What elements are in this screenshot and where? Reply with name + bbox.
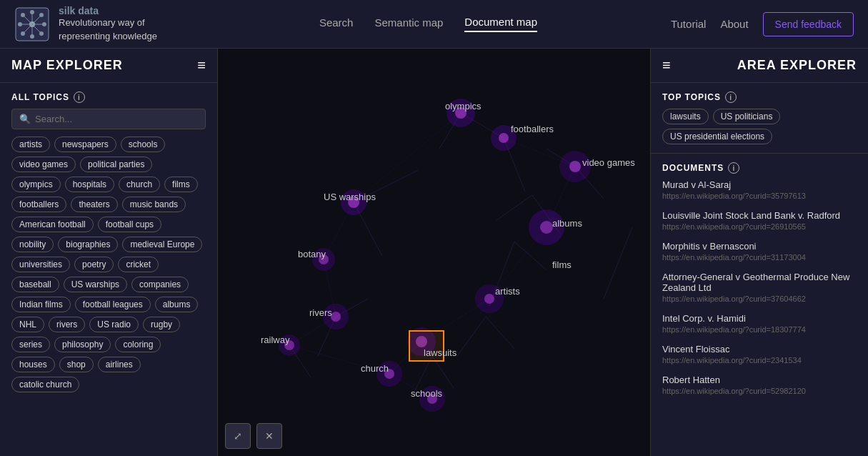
left-sidebar: MAP EXPLORER ≡ ALL TOPICS i 🔍 artistsnew… xyxy=(0,49,218,456)
topic-tag[interactable]: baseball xyxy=(11,277,59,292)
doc-url: https://en.wikipedia.org/?curid=35797613 xyxy=(662,192,857,200)
doc-title: Attorney-General v Geothermal Produce Ne… xyxy=(662,272,857,293)
topic-tag[interactable]: NHL xyxy=(11,317,44,332)
all-topics-info-icon[interactable]: i xyxy=(74,91,85,103)
right-sidebar-header: ≡ AREA EXPLORER xyxy=(651,49,868,83)
doc-url: https://en.wikipedia.org/?curid=2341534 xyxy=(662,356,857,365)
topic-tag[interactable]: houses xyxy=(11,357,55,372)
topic-tag[interactable]: films xyxy=(164,177,198,192)
expand-button[interactable]: ⤢ xyxy=(225,423,251,449)
document-item[interactable]: Robert Hatten https://en.wikipedia.org/?… xyxy=(662,375,857,395)
topic-tag[interactable]: coloring xyxy=(115,337,161,352)
doc-url: https://en.wikipedia.org/?curid=31173004 xyxy=(662,253,857,262)
doc-title: Morphitis v Bernasconi xyxy=(662,241,857,252)
topic-tag[interactable]: series xyxy=(11,337,50,352)
all-topics-label: ALL TOPICS i xyxy=(11,91,206,103)
nav-document-map[interactable]: Document map xyxy=(464,16,537,32)
topic-tag[interactable]: footballers xyxy=(11,197,66,212)
area-explorer-title: AREA EXPLORER xyxy=(737,58,857,73)
nav-search[interactable]: Search xyxy=(319,16,354,31)
topic-tag[interactable]: shop xyxy=(59,357,94,372)
topic-tag[interactable]: Indian films xyxy=(11,297,71,312)
doc-title: Intel Corp. v. Hamidi xyxy=(662,313,857,324)
topic-tag[interactable]: medieval Europe xyxy=(122,237,202,252)
top-topic-tag[interactable]: US politicians xyxy=(713,109,781,124)
topic-tag[interactable]: catolic church xyxy=(11,377,79,392)
topic-tag[interactable]: US radio xyxy=(89,317,139,332)
left-menu-icon[interactable]: ≡ xyxy=(197,57,206,74)
logo-text: silk data Revolutionary way ofrepresenti… xyxy=(59,5,157,42)
document-item[interactable]: Murad v Al-Saraj https://en.wikipedia.or… xyxy=(662,179,857,200)
nav-about[interactable]: About xyxy=(720,18,748,30)
topic-tag[interactable]: philosophy xyxy=(54,337,111,352)
close-map-button[interactable]: ✕ xyxy=(256,423,282,449)
map-explorer-title: MAP EXPLORER xyxy=(11,58,123,73)
topic-tag[interactable]: football leagues xyxy=(75,297,151,312)
right-sidebar: ≡ AREA EXPLORER TOP TOPICS i lawsuitsUS … xyxy=(650,49,868,456)
topic-tag[interactable]: church xyxy=(119,177,160,192)
left-sidebar-header: MAP EXPLORER ≡ xyxy=(0,49,217,83)
top-topics-tags: lawsuitsUS politiciansUS presidential el… xyxy=(662,109,857,144)
topic-tag[interactable]: music bands xyxy=(122,197,186,212)
topic-tag[interactable]: nobility xyxy=(11,237,54,252)
top-topics-section: TOP TOPICS i lawsuitsUS politiciansUS pr… xyxy=(651,83,868,154)
topic-tag[interactable]: theaters xyxy=(71,197,117,212)
topic-tag[interactable]: political parties xyxy=(80,157,152,172)
topic-tag[interactable]: universities xyxy=(11,257,70,272)
header-right: Tutorial About Send feedback xyxy=(671,12,854,36)
topic-tag[interactable]: rivers xyxy=(49,317,85,332)
doc-url: https://en.wikipedia.org/?curid=52982120 xyxy=(662,387,857,395)
document-item[interactable]: Louisville Joint Stock Land Bank v. Radf… xyxy=(662,210,857,231)
main-content: MAP EXPLORER ≡ ALL TOPICS i 🔍 artistsnew… xyxy=(0,49,868,456)
topic-tag[interactable]: newspapers xyxy=(54,137,116,152)
topic-tag[interactable]: artists xyxy=(11,137,50,152)
top-topics-info-icon[interactable]: i xyxy=(725,91,737,103)
doc-title: Vincent Floissac xyxy=(662,344,857,355)
documents-label: DOCUMENTS i xyxy=(662,162,857,174)
topic-tag[interactable]: cricket xyxy=(118,257,159,272)
svg-rect-74 xyxy=(409,331,444,361)
doc-title: Murad v Al-Saraj xyxy=(662,179,857,190)
map-background-svg xyxy=(218,49,650,456)
topic-tag[interactable]: companies xyxy=(131,277,189,292)
header: silk data Revolutionary way ofrepresenti… xyxy=(0,0,868,49)
doc-title: Robert Hatten xyxy=(662,375,857,385)
top-topic-tag[interactable]: US presidential elections xyxy=(662,129,772,144)
logo-icon xyxy=(14,6,50,42)
topic-tag[interactable]: schools xyxy=(121,137,166,152)
search-box: 🔍 xyxy=(11,109,206,129)
doc-url: https://en.wikipedia.org/?curid=18307774 xyxy=(662,325,857,334)
document-item[interactable]: Vincent Floissac https://en.wikipedia.or… xyxy=(662,344,857,365)
doc-url: https://en.wikipedia.org/?curid=37604662 xyxy=(662,294,857,303)
topic-tag[interactable]: airlines xyxy=(98,357,141,372)
topic-tag[interactable]: hospitals xyxy=(65,177,114,192)
nav-semantic-map[interactable]: Semantic map xyxy=(374,16,443,31)
doc-title: Louisville Joint Stock Land Bank v. Radf… xyxy=(662,210,857,221)
topic-tag[interactable]: American football xyxy=(11,217,94,232)
topic-tag[interactable]: video games xyxy=(11,157,76,172)
feedback-button[interactable]: Send feedback xyxy=(763,12,854,36)
topic-tag[interactable]: biographies xyxy=(58,237,118,252)
doc-url: https://en.wikipedia.org/?curid=26910565 xyxy=(662,222,857,231)
search-icon: 🔍 xyxy=(19,114,31,124)
map-area[interactable]: olympics footballers US warships video g… xyxy=(218,49,650,456)
tags-container: artistsnewspapersschoolsvideo gamespolit… xyxy=(11,137,206,392)
main-nav: Search Semantic map Document map xyxy=(186,16,671,32)
topic-tag[interactable]: football cups xyxy=(98,217,161,232)
document-item[interactable]: Intel Corp. v. Hamidi https://en.wikiped… xyxy=(662,313,857,334)
topic-tag[interactable]: rugby xyxy=(143,317,180,332)
nav-tutorial[interactable]: Tutorial xyxy=(671,18,706,30)
topic-tag[interactable]: olympics xyxy=(11,177,61,192)
document-item[interactable]: Attorney-General v Geothermal Produce Ne… xyxy=(662,272,857,303)
topic-tag[interactable]: poetry xyxy=(74,257,114,272)
topic-tag[interactable]: US warships xyxy=(64,277,127,292)
documents-info-icon[interactable]: i xyxy=(728,162,739,174)
documents-list: Murad v Al-Saraj https://en.wikipedia.or… xyxy=(662,179,857,395)
topic-tag[interactable]: albums xyxy=(155,297,199,312)
documents-section: DOCUMENTS i Murad v Al-Saraj https://en.… xyxy=(651,154,868,456)
top-topic-tag[interactable]: lawsuits xyxy=(662,109,709,124)
search-input[interactable] xyxy=(35,114,198,124)
logo-area: silk data Revolutionary way ofrepresenti… xyxy=(14,5,157,42)
right-menu-icon[interactable]: ≡ xyxy=(662,57,671,74)
document-item[interactable]: Morphitis v Bernasconi https://en.wikipe… xyxy=(662,241,857,262)
